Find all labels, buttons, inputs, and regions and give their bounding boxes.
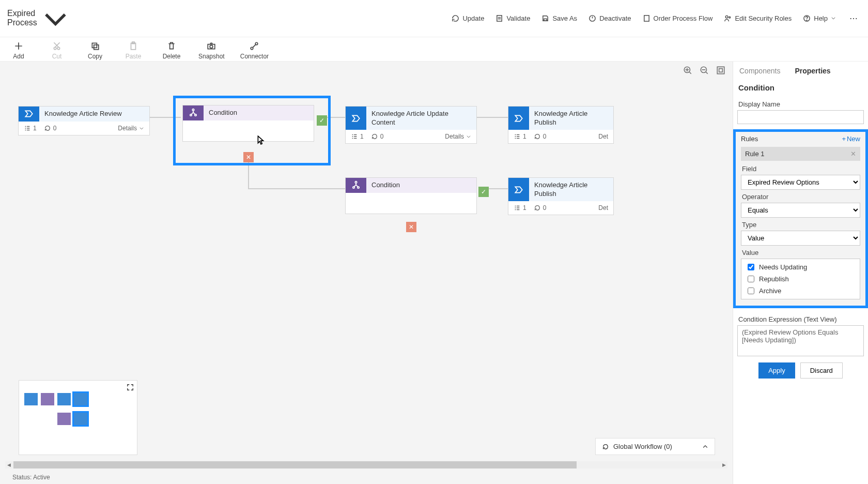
apply-button[interactable]: Apply bbox=[758, 362, 795, 379]
stage-update-content[interactable]: Knowledge Article Update Content 1 0 Det… bbox=[345, 106, 477, 144]
svg-point-7 bbox=[807, 20, 807, 21]
panel-section-title: Condition bbox=[738, 83, 863, 92]
zoom-out-icon[interactable] bbox=[700, 66, 709, 75]
operator-select[interactable]: Equals bbox=[741, 203, 860, 218]
steps-icon bbox=[514, 133, 521, 140]
svg-rect-11 bbox=[94, 44, 99, 49]
cursor-icon bbox=[257, 135, 265, 145]
global-workflow-panel[interactable]: Global Workflow (0) bbox=[595, 438, 715, 455]
update-command[interactable]: Update bbox=[452, 14, 484, 22]
chevron-up-icon[interactable] bbox=[702, 444, 708, 450]
value-option[interactable]: Needs Updating bbox=[746, 262, 856, 272]
save-as-command[interactable]: Save As bbox=[541, 14, 577, 22]
value-label: Value bbox=[742, 249, 859, 256]
copy-icon bbox=[90, 41, 100, 51]
process-title-text: Expired Process bbox=[7, 9, 37, 27]
svg-rect-20 bbox=[717, 67, 724, 74]
stage-condition-1[interactable]: Condition bbox=[182, 105, 314, 142]
operator-label: Operator bbox=[742, 193, 859, 201]
discard-button[interactable]: Discard bbox=[800, 362, 843, 379]
details-toggle[interactable]: Det bbox=[598, 133, 608, 140]
deactivate-icon bbox=[588, 14, 596, 22]
minimap-node bbox=[74, 413, 87, 425]
condition-true-chip: ✓ bbox=[317, 115, 327, 126]
type-label: Type bbox=[742, 221, 859, 229]
trash-icon bbox=[167, 41, 176, 51]
connector-line bbox=[248, 188, 345, 189]
svg-point-24 bbox=[355, 182, 357, 183]
expression-textarea[interactable] bbox=[737, 325, 864, 356]
details-toggle[interactable]: Details bbox=[445, 133, 471, 140]
stage-condition-2[interactable]: Condition bbox=[345, 177, 477, 214]
cut-icon bbox=[52, 41, 61, 51]
validate-command[interactable]: Validate bbox=[495, 14, 530, 22]
refresh-icon bbox=[452, 14, 459, 22]
condition-false-chip: ✕ bbox=[243, 152, 254, 162]
rules-label: Rules bbox=[741, 135, 758, 143]
help-command[interactable]: Help bbox=[803, 14, 836, 22]
svg-point-5 bbox=[729, 17, 731, 18]
refresh-icon bbox=[371, 133, 378, 140]
value-option[interactable]: Republish bbox=[746, 274, 856, 284]
tab-properties[interactable]: Properties bbox=[795, 67, 830, 75]
help-icon bbox=[803, 14, 811, 22]
stage-icon bbox=[514, 114, 523, 123]
copy-button[interactable]: Copy bbox=[84, 41, 106, 60]
rule-header[interactable]: Rule 1 ✕ bbox=[741, 147, 860, 161]
order-icon bbox=[643, 14, 650, 22]
checklist-icon bbox=[495, 14, 503, 22]
snapshot-button[interactable]: Snapshot bbox=[198, 41, 225, 60]
svg-point-4 bbox=[726, 16, 729, 18]
svg-point-8 bbox=[54, 47, 56, 50]
chevron-down-icon bbox=[831, 16, 836, 21]
close-icon[interactable]: ✕ bbox=[850, 150, 856, 158]
cut-button[interactable]: Cut bbox=[45, 41, 68, 60]
horizontal-scrollbar[interactable]: ◀ ▶ bbox=[5, 461, 727, 468]
value-option[interactable]: Archive bbox=[746, 286, 856, 296]
paste-button[interactable]: Paste bbox=[122, 41, 145, 60]
minimap[interactable] bbox=[19, 380, 137, 455]
paste-icon bbox=[129, 41, 138, 51]
svg-rect-3 bbox=[644, 16, 648, 21]
fit-icon[interactable] bbox=[716, 66, 725, 75]
display-name-input[interactable] bbox=[737, 110, 864, 124]
connector-line bbox=[150, 117, 181, 118]
svg-point-17 bbox=[256, 42, 258, 45]
display-name-label: Display Name bbox=[738, 100, 863, 108]
refresh-icon bbox=[602, 443, 609, 450]
edit-security-command[interactable]: Edit Security Roles bbox=[724, 14, 792, 22]
details-toggle[interactable]: Details bbox=[118, 125, 144, 132]
condition-true-chip: ✓ bbox=[478, 187, 489, 197]
svg-rect-0 bbox=[497, 16, 502, 21]
order-flow-command[interactable]: Order Process Flow bbox=[643, 14, 713, 22]
minimap-node bbox=[57, 393, 71, 405]
steps-icon bbox=[24, 125, 31, 132]
minimap-node bbox=[24, 393, 38, 405]
expand-icon[interactable] bbox=[127, 384, 134, 391]
type-select[interactable]: Value bbox=[741, 231, 860, 246]
details-toggle[interactable]: Det bbox=[598, 204, 608, 211]
deactivate-command[interactable]: Deactivate bbox=[588, 14, 631, 22]
svg-point-16 bbox=[251, 47, 254, 50]
security-icon bbox=[724, 14, 732, 22]
tab-components[interactable]: Components bbox=[739, 67, 780, 75]
delete-button[interactable]: Delete bbox=[160, 41, 183, 60]
rules-section: Rules + New Rule 1 ✕ Field Expired Revie… bbox=[733, 129, 868, 308]
stage-review[interactable]: Knowledge Article Review 1 0 Details bbox=[18, 106, 150, 135]
stage-publish-1[interactable]: Knowledge Article Publish 1 0 Det bbox=[508, 106, 614, 144]
properties-panel: Components Properties Condition Display … bbox=[733, 62, 868, 484]
chevron-down-icon bbox=[139, 126, 144, 131]
connector-button[interactable]: Connector bbox=[240, 41, 269, 60]
more-commands[interactable]: ⋯ bbox=[847, 13, 861, 23]
refresh-icon bbox=[44, 125, 51, 132]
branch-icon bbox=[351, 180, 361, 190]
branch-icon bbox=[189, 108, 198, 117]
stage-publish-2[interactable]: Knowledge Article Publish 1 0 Det bbox=[508, 177, 614, 216]
add-button[interactable]: Add bbox=[7, 41, 30, 60]
field-select[interactable]: Expired Review Options bbox=[741, 175, 860, 190]
new-rule-button[interactable]: + New bbox=[842, 135, 860, 143]
zoom-in-icon[interactable] bbox=[683, 66, 692, 75]
svg-point-15 bbox=[210, 45, 213, 48]
process-title[interactable]: Expired Process bbox=[7, 3, 71, 34]
design-canvas[interactable]: Knowledge Article Review 1 0 Details Con… bbox=[0, 62, 733, 484]
